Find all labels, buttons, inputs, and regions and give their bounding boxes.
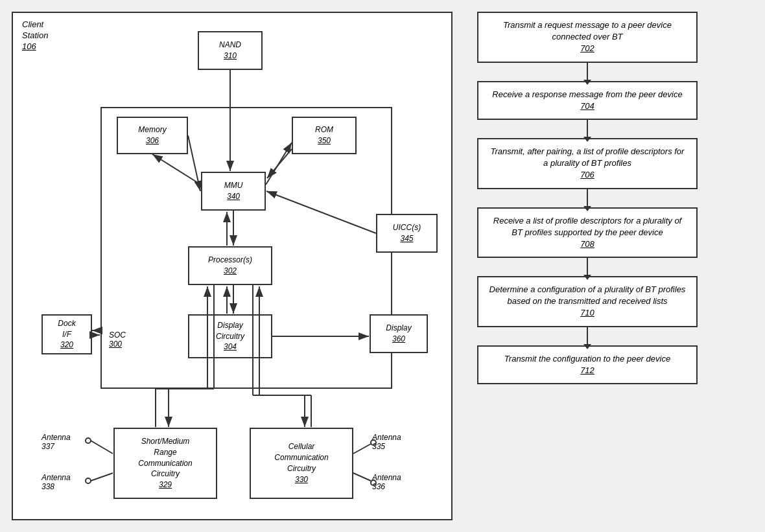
flow-step-706: Transmit, after pairing, a list of profi…: [477, 138, 698, 189]
antenna-335-label: Antenna 335: [372, 433, 401, 451]
svg-line-27: [91, 441, 113, 454]
flow-arrow-1: [587, 120, 588, 138]
display-box: Display 360: [370, 314, 428, 353]
svg-point-30: [86, 478, 91, 483]
right-flowchart-panel: Transmit a request message to a peer dev…: [464, 12, 711, 384]
svg-line-31: [353, 444, 371, 454]
uicc-box: UICC(s) 345: [376, 214, 438, 253]
svg-line-29: [91, 473, 113, 481]
antenna-338-label: Antenna 338: [41, 473, 71, 491]
memory-box: Memory 306: [117, 117, 188, 154]
svg-line-33: [353, 473, 371, 481]
antenna-337-label: Antenna 337: [41, 433, 71, 451]
flow-step-702: Transmit a request message to a peer dev…: [477, 12, 698, 63]
svg-point-28: [86, 438, 91, 443]
cellular-box: Cellular Communication Circuitry 330: [250, 428, 353, 499]
smr-box: Short/Medium Range Communication Circuit…: [113, 428, 217, 499]
dock-box: Dock I/F 320: [41, 314, 92, 354]
flow-step-704: Receive a response message from the peer…: [477, 81, 698, 120]
client-station-label: Client Station 106: [22, 19, 48, 52]
nand-box: NAND 310: [198, 31, 263, 70]
flow-arrow-0: [587, 63, 588, 81]
rom-box: ROM 350: [292, 117, 357, 154]
flow-step-708: Receive a list of profile descriptors fo…: [477, 207, 698, 259]
processor-box: Processor(s) 302: [188, 246, 272, 285]
flow-arrow-4: [587, 327, 588, 345]
flow-step-710: Determine a configuration of a plurality…: [477, 276, 698, 327]
flow-step-712: Transmit the configuration to the peer d…: [477, 345, 698, 384]
main-container: Client Station 106 SOC300 NAND 310 Memor…: [0, 0, 765, 532]
soc-label: SOC300: [109, 330, 126, 349]
flow-arrow-2: [587, 189, 588, 207]
mmu-box: MMU 340: [201, 172, 266, 211]
left-diagram-panel: Client Station 106 SOC300 NAND 310 Memor…: [12, 12, 453, 520]
antenna-336-label: Antenna 336: [372, 473, 401, 491]
display-circuitry-box: Display Circuitry 304: [188, 314, 272, 358]
flow-arrow-3: [587, 258, 588, 276]
